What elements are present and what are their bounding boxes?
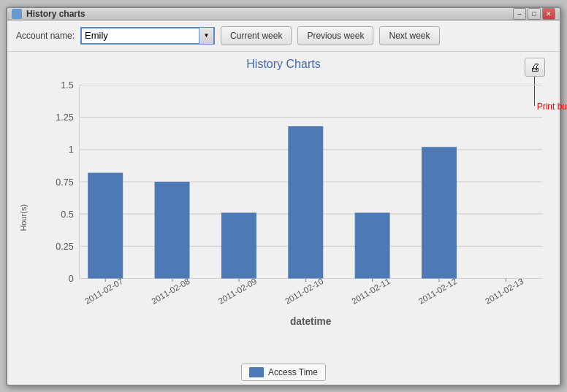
svg-text:2011-02-13: 2011-02-13	[484, 276, 525, 305]
title-controls: – □ ✕	[513, 8, 555, 20]
account-select-wrapper[interactable]: ▼	[80, 27, 215, 45]
bar-5	[422, 147, 457, 278]
window-title: History charts	[26, 9, 85, 19]
main-window: History charts – □ ✕ Account name: ▼ Cur…	[6, 7, 561, 386]
svg-text:1.5: 1.5	[61, 80, 73, 91]
bar-4	[355, 212, 390, 278]
svg-text:2011-02-09: 2011-02-09	[217, 276, 258, 305]
svg-text:0: 0	[69, 274, 74, 284]
chart-area: History Charts 🖨 Print button Hour(s)	[7, 52, 560, 389]
svg-text:1.25: 1.25	[56, 112, 73, 123]
chart-title: History Charts	[16, 58, 551, 71]
svg-text:datetime: datetime	[290, 315, 332, 326]
next-week-button[interactable]: Next week	[379, 26, 439, 45]
svg-text:2011-02-10: 2011-02-10	[284, 276, 324, 305]
svg-text:2011-02-08: 2011-02-08	[150, 276, 191, 305]
bar-3	[288, 126, 323, 277]
svg-text:2011-02-07: 2011-02-07	[83, 276, 124, 305]
chart-svg: 0 0.25 0.5 0.75 1 1.25 1.5 2011-02-07	[34, 77, 551, 329]
current-week-button[interactable]: Current week	[221, 26, 292, 45]
legend-area: Access Time	[16, 358, 551, 388]
print-button[interactable]: 🖨	[525, 58, 545, 77]
svg-text:1: 1	[69, 145, 74, 155]
toolbar: Account name: ▼ Current week Previous we…	[7, 20, 560, 52]
legend-color-swatch	[249, 367, 264, 377]
account-dropdown-button[interactable]: ▼	[199, 28, 213, 44]
svg-text:0.5: 0.5	[61, 209, 73, 219]
chart-container: Hour(s)	[16, 77, 551, 358]
bar-1	[155, 181, 190, 277]
title-bar-left: History charts	[12, 9, 85, 19]
svg-text:0.25: 0.25	[56, 241, 73, 251]
svg-text:2011-02-12: 2011-02-12	[417, 276, 458, 305]
bar-2	[221, 212, 256, 278]
legend-box: Access Time	[241, 364, 326, 381]
y-axis-label: Hour(s)	[16, 77, 31, 358]
print-button-wrapper: 🖨 Print button	[525, 58, 545, 77]
minimize-button[interactable]: –	[513, 8, 526, 20]
chart-inner: 0 0.25 0.5 0.75 1 1.25 1.5 2011-02-07	[34, 77, 551, 358]
bar-0	[88, 172, 123, 278]
account-label: Account name:	[16, 31, 75, 41]
window-icon	[12, 9, 22, 19]
title-bar: History charts – □ ✕	[7, 8, 560, 20]
svg-text:0.75: 0.75	[56, 177, 73, 187]
svg-text:2011-02-11: 2011-02-11	[350, 276, 391, 305]
close-button[interactable]: ✕	[542, 8, 555, 20]
account-input[interactable]	[82, 30, 199, 41]
maximize-button[interactable]: □	[528, 8, 541, 20]
legend-label: Access Time	[268, 367, 318, 377]
previous-week-button[interactable]: Previous week	[297, 26, 373, 45]
